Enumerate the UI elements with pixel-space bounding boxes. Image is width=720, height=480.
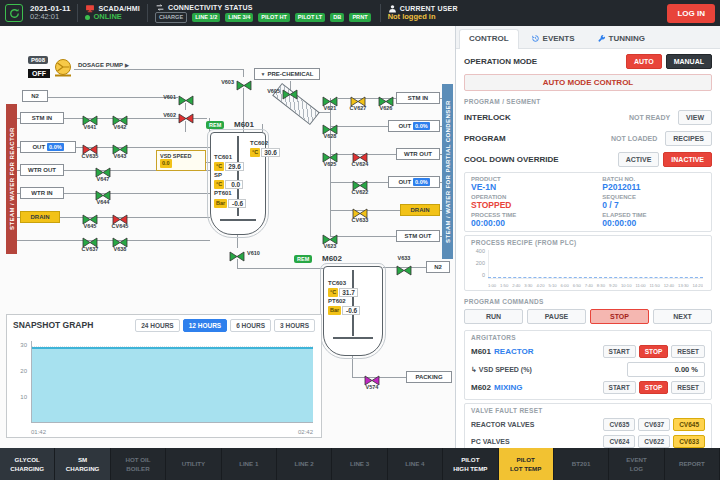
dosage-pump-label: DOSAGE PUMP ▶ (78, 62, 129, 68)
valve-v633[interactable]: V633 (396, 262, 412, 273)
valve-label-v645: V645 (84, 223, 97, 229)
valve-v626[interactable]: V626 (378, 93, 394, 104)
snapshot-title: SNAPSHOT GRAPH (13, 320, 93, 330)
m601-reset-button[interactable]: RESET (671, 345, 705, 358)
refresh-button[interactable] (5, 4, 23, 22)
y-tick: 200 (471, 260, 485, 266)
tab-control[interactable]: CONTROL (459, 29, 519, 49)
bottom-tab-report[interactable]: REPORT (665, 448, 720, 480)
next-button[interactable]: NEXT (653, 309, 712, 324)
valve-v625[interactable]: V625 (322, 149, 338, 160)
tab-events[interactable]: EVENTS (521, 29, 585, 48)
process-recipe-chart: 400 200 0 1:001:502:403:304:205:106:006:… (471, 248, 705, 288)
m602-agitator-row: M602 MIXING START STOP RESET (465, 379, 711, 396)
valve-cv637[interactable]: CV637 (82, 234, 98, 245)
view-button[interactable]: VIEW (678, 110, 712, 125)
valve-v642[interactable]: V642 (112, 112, 128, 123)
bottom-tab-line-3[interactable]: LINE 3 (332, 448, 387, 480)
bottom-tab-hot-oil-boiler[interactable]: HOT OILBOILER (111, 448, 166, 480)
connectivity-label: CONNECTIVITY STATUS (168, 4, 253, 12)
range-12hours-button[interactable]: 12 HOURS (183, 319, 228, 332)
bottom-tab-line-1[interactable]: LINE 1 (222, 448, 277, 480)
valve-cv645[interactable]: CV645 (112, 211, 128, 222)
m601-start-button[interactable]: START (603, 345, 636, 358)
valve-v610[interactable]: V610 (229, 248, 245, 259)
tc601-pv: 29.6 (225, 162, 244, 171)
pump-tag: P608 (28, 56, 48, 64)
cv635-reset-button[interactable]: CV635 (603, 418, 635, 431)
bottom-tab-event-log[interactable]: EVENTLOG (609, 448, 664, 480)
manual-mode-button[interactable]: MANUAL (666, 54, 712, 69)
recipes-button[interactable]: RECIPES (665, 131, 712, 146)
valve-v644[interactable]: V644 (95, 187, 111, 198)
valve-v601[interactable]: V601 (178, 92, 194, 103)
x-tick: 6:50 (573, 283, 581, 288)
valve-v641[interactable]: V641 (82, 112, 98, 123)
valve-v647[interactable]: V647 (95, 164, 111, 175)
valve-v628[interactable]: V628 (322, 121, 338, 132)
valve-v623[interactable]: V623 (322, 231, 338, 242)
range-24hours-button[interactable]: 24 HOURS (135, 319, 180, 332)
valve-cv627[interactable]: CV627 (350, 93, 366, 104)
range-6hours-button[interactable]: 6 HOURS (230, 319, 271, 332)
flag-stm-in: STM IN (20, 112, 64, 124)
sequence-value: 0 / 7 (602, 200, 705, 210)
valve-v645[interactable]: V645 (82, 211, 98, 222)
valve-label-cv637: CV637 (82, 246, 99, 252)
valve-v638[interactable]: V638 (112, 234, 128, 245)
batch-value: P2012011 (602, 182, 705, 192)
vsd-speed-input[interactable]: 0.00 % (627, 362, 705, 377)
stop-button[interactable]: STOP (590, 309, 649, 324)
valve-cv635[interactable]: CV635 (82, 141, 98, 152)
valve-v643[interactable]: V643 (112, 141, 128, 152)
m601-stop-button[interactable]: STOP (639, 345, 669, 358)
y-tick: 10 (11, 394, 27, 400)
auto-mode-button[interactable]: AUTO (626, 54, 662, 69)
valve-cv622[interactable]: CV622 (352, 177, 368, 188)
login-button[interactable]: LOG IN (667, 4, 715, 23)
cv645-reset-button[interactable]: CV645 (673, 418, 705, 431)
bottom-tab-line-4[interactable]: LINE 4 (388, 448, 443, 480)
program-status: NOT LOADED (611, 135, 657, 142)
cv624-reset-button[interactable]: CV624 (603, 435, 635, 448)
bottom-tab-pilot-high-temp[interactable]: PILOTHIGH TEMP (443, 448, 498, 480)
valve-label-v626: V626 (380, 105, 393, 111)
product-value: VE-1N (471, 182, 594, 192)
program-label: PROGRAM (464, 134, 506, 143)
m602-start-button[interactable]: START (603, 381, 636, 394)
cv637-reset-button[interactable]: CV637 (638, 418, 670, 431)
m602-reset-button[interactable]: RESET (671, 381, 705, 394)
valve-cv624[interactable]: CV624 (352, 149, 368, 160)
flag-out: OUT0.0% (20, 141, 76, 153)
pc-valves-row: PC VALVES CV624 CV622 CV633 (465, 433, 711, 448)
bottom-tab-glycol-charging[interactable]: GLYCOLCHARGING (0, 448, 55, 480)
bottom-tab-pilot-lot-temp[interactable]: PILOTLOT TEMP (499, 448, 554, 480)
tc601-sp[interactable]: 0.0 (225, 180, 243, 189)
valve-v621[interactable]: V621 (322, 93, 338, 104)
valve-cv633[interactable]: CV633 (352, 205, 368, 216)
bottom-tab-line-2[interactable]: LINE 2 (277, 448, 332, 480)
x-tick: 3:30 (524, 283, 532, 288)
valve-v605[interactable]: V605 (282, 86, 298, 97)
snapshot-graph-panel: SNAPSHOT GRAPH 24 HOURS 12 HOURS 6 HOURS… (6, 314, 322, 438)
vsd-speed-label: ↳ VSD SPEED (%) (471, 366, 532, 374)
pause-button[interactable]: PAUSE (527, 309, 586, 324)
bottom-tab-utility[interactable]: UTILITY (166, 448, 221, 480)
cooldown-inactive-button[interactable]: INACTIVE (663, 152, 712, 167)
range-3hours-button[interactable]: 3 HOURS (274, 319, 315, 332)
pump-state-badge[interactable]: OFF (28, 69, 50, 78)
cv622-reset-button[interactable]: CV622 (638, 435, 670, 448)
cv633-reset-button[interactable]: CV633 (673, 435, 705, 448)
valve-v574[interactable]: V574 (364, 372, 380, 383)
run-button[interactable]: RUN (464, 309, 523, 324)
x-tick: 2:40 (512, 283, 520, 288)
tab-tunning[interactable]: TUNNING (587, 29, 655, 48)
pipe-segment (330, 98, 331, 236)
cooldown-active-button[interactable]: ACTIVE (618, 152, 660, 167)
valve-v603[interactable]: V603 (236, 77, 252, 88)
funnel-icon: ▼ (261, 71, 266, 77)
m602-stop-button[interactable]: STOP (639, 381, 669, 394)
bottom-tab-sm-charging[interactable]: SMCHARGING (55, 448, 110, 480)
bottom-tab-bt201[interactable]: BT201 (554, 448, 609, 480)
valve-v602[interactable]: V602 (178, 110, 194, 121)
